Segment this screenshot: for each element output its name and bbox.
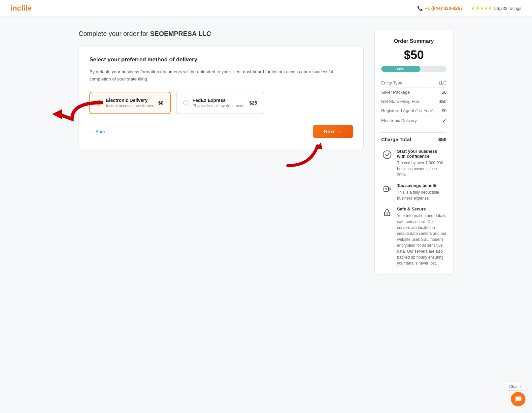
charge-total-label: Charge Total xyxy=(381,137,411,142)
trust-item-tax: S Tax savings benefit This is a fully de… xyxy=(381,183,447,201)
arrow-right-decoration xyxy=(284,139,324,169)
lock-icon xyxy=(381,206,393,218)
page-title: Complete your order for SEOEMPRESA LLC xyxy=(79,30,364,38)
trust-items: Start your business with confidence Trus… xyxy=(381,149,447,266)
summary-row: Entity Type LLC xyxy=(381,79,447,88)
electronic-info: Electronic Delivery Instant access once … xyxy=(106,98,154,108)
charge-total-row: Charge Total $50 xyxy=(381,132,447,142)
progress-bar-fill: 60% xyxy=(381,66,420,72)
fedex-price: $25 xyxy=(249,100,257,106)
trust-heading-tax: Tax savings benefit xyxy=(397,183,447,188)
circle-check-icon xyxy=(381,149,393,161)
fedex-name: FedEx Express xyxy=(192,98,245,103)
logo-text: incfile xyxy=(11,4,32,12)
main-card: Select your preferred method of delivery… xyxy=(79,46,364,149)
svg-point-6 xyxy=(386,213,388,215)
phone-link[interactable]: 📞 +1 (844) 830-8267 xyxy=(417,6,463,11)
phone-number: +1 (844) 830-8267 xyxy=(425,6,463,11)
dollar-cycle-icon: S xyxy=(381,183,393,195)
svg-text:S: S xyxy=(385,188,387,191)
header-right: 📞 +1 (844) 830-8267 ★★★★★ 56,233 ratings xyxy=(417,5,521,11)
delivery-options: Electronic Delivery Instant access once … xyxy=(89,92,353,114)
summary-row: Silver Package $0 xyxy=(381,88,447,97)
trust-item-confidence: Start your business with confidence Trus… xyxy=(381,149,447,178)
summary-total: $50 xyxy=(381,48,447,62)
electronic-price: $0 xyxy=(158,100,164,106)
star-icon: ★★★★★ xyxy=(471,5,492,11)
charge-total-value: $50 xyxy=(438,137,447,142)
summary-title: Order Summary xyxy=(381,38,447,44)
electronic-radio xyxy=(97,100,102,106)
trust-item-secure: Safe & Secure Your information and data … xyxy=(381,206,447,266)
phone-icon: 📞 xyxy=(417,6,423,11)
svg-marker-1 xyxy=(316,143,322,149)
nav-buttons: ← Back Next → xyxy=(89,125,353,138)
trust-heading-confidence: Start your business with confidence xyxy=(397,149,447,159)
trust-heading-secure: Safe & Secure xyxy=(397,206,447,211)
main-container: Complete your order for SEOEMPRESA LLC S… xyxy=(68,17,464,288)
svg-marker-0 xyxy=(52,109,62,119)
fedex-radio xyxy=(183,100,188,106)
summary-rows: Entity Type LLC Silver Package $0 NM Sta… xyxy=(381,79,447,126)
order-summary-card: Order Summary $50 60% Entity Type LLC Si… xyxy=(374,30,453,274)
card-description: By default, your business formation docu… xyxy=(89,68,353,82)
fedex-sub: Physically mail my documents xyxy=(192,104,245,108)
trust-desc-tax: This is a fully deductible business expe… xyxy=(397,189,447,201)
summary-row: Registered Agent (1st Year) $0 xyxy=(381,106,447,115)
electronic-delivery-summary-row: Electronic Delivery ✓ xyxy=(381,115,447,126)
progress-bar: 60% xyxy=(381,66,447,72)
progress-label: 60% xyxy=(397,67,404,71)
next-button[interactable]: Next → xyxy=(313,125,353,138)
checkmark-icon: ✓ xyxy=(442,117,447,124)
svg-point-2 xyxy=(383,151,391,159)
electronic-delivery-option[interactable]: Electronic Delivery Instant access once … xyxy=(89,92,171,114)
card-title: Select your preferred method of delivery xyxy=(89,56,353,63)
header: incfile 📞 +1 (844) 830-8267 ★★★★★ 56,233… xyxy=(0,0,532,17)
next-arrow-icon: → xyxy=(337,129,342,134)
electronic-sub: Instant access once formed xyxy=(106,104,154,108)
company-name: SEOEMPRESA LLC xyxy=(150,30,211,37)
trust-desc-confidence: Trusted by over 1,000,000 business owner… xyxy=(397,160,447,178)
electronic-name: Electronic Delivery xyxy=(106,98,154,103)
summary-row: NM State Filing Fee $50 xyxy=(381,97,447,106)
logo: incfile xyxy=(11,4,32,13)
rating-count: 56,233 ratings xyxy=(494,6,521,11)
order-summary-sidebar: Order Summary $50 60% Entity Type LLC Si… xyxy=(374,30,453,274)
rating-block: ★★★★★ 56,233 ratings xyxy=(471,5,521,11)
trust-desc-secure: Your information and data is safe and se… xyxy=(397,213,447,266)
fedex-delivery-option[interactable]: FedEx Express Physically mail my documen… xyxy=(176,92,264,114)
fedex-info: FedEx Express Physically mail my documen… xyxy=(192,98,245,108)
content-area: Complete your order for SEOEMPRESA LLC S… xyxy=(79,30,364,149)
back-link[interactable]: ← Back xyxy=(89,129,106,134)
